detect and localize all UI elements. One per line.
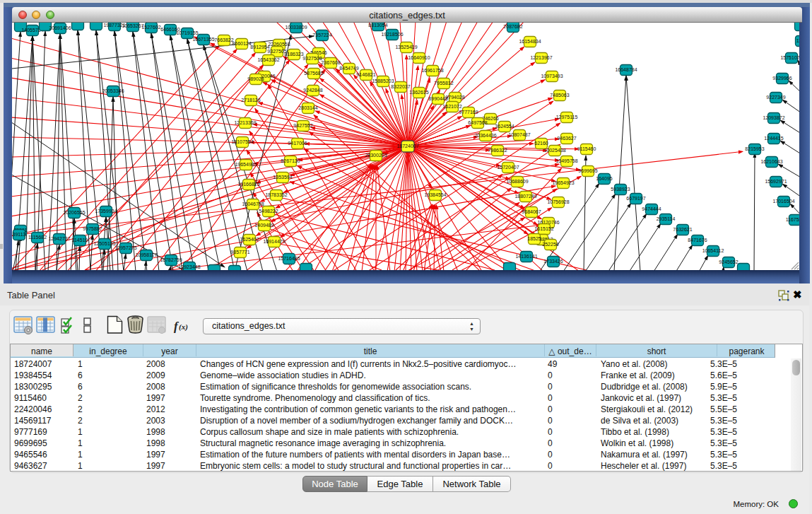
- svg-text:9146821: 9146821: [356, 72, 375, 77]
- svg-text:10807487: 10807487: [508, 132, 530, 137]
- svg-text:6497568: 6497568: [468, 120, 487, 125]
- svg-text:10025438: 10025438: [543, 148, 565, 153]
- svg-text:5498222: 5498222: [259, 209, 278, 214]
- svg-text:62160: 62160: [534, 141, 548, 146]
- svg-text:20053346: 20053346: [102, 88, 124, 93]
- svg-text:12505135: 12505135: [93, 241, 115, 246]
- svg-text:12975115: 12975115: [556, 115, 578, 119]
- svg-text:1621072: 1621072: [442, 104, 461, 109]
- svg-text:15495758: 15495758: [555, 158, 577, 163]
- svg-text:7986322: 7986322: [488, 148, 507, 153]
- svg-text:16782759: 16782759: [160, 257, 182, 262]
- svg-text:7663822: 7663822: [214, 37, 233, 42]
- svg-text:18807249: 18807249: [514, 194, 536, 199]
- svg-text:989028: 989028: [247, 76, 264, 81]
- svg-text:10653267: 10653267: [122, 23, 143, 28]
- svg-text:5938923: 5938923: [611, 187, 630, 192]
- svg-text:9463627: 9463627: [557, 136, 576, 141]
- svg-text:18724007: 18724007: [396, 144, 418, 148]
- svg-text:2935114: 2935114: [657, 216, 676, 221]
- svg-text:2367608: 2367608: [321, 60, 340, 65]
- svg-text:16640910: 16640910: [408, 55, 430, 60]
- svg-text:10756928: 10756928: [547, 199, 569, 204]
- svg-text:7632621: 7632621: [673, 227, 692, 232]
- svg-text:18525: 18525: [527, 236, 541, 241]
- svg-text:2087682: 2087682: [503, 24, 522, 29]
- svg-text:1733426: 1733426: [543, 259, 563, 264]
- svg-text:8660124: 8660124: [232, 41, 251, 46]
- svg-text:15885203: 15885203: [372, 78, 394, 83]
- svg-text:1244415: 1244415: [764, 136, 783, 141]
- svg-text:5875685: 5875685: [304, 71, 323, 76]
- svg-text:18107554: 18107554: [231, 139, 253, 144]
- svg-text:12093872: 12093872: [763, 115, 784, 120]
- svg-text:9115460: 9115460: [577, 146, 596, 151]
- svg-text:15692971: 15692971: [765, 179, 787, 184]
- svg-text:16961758: 16961758: [421, 68, 443, 73]
- svg-text:9699695: 9699695: [578, 168, 597, 173]
- svg-text:1353594: 1353594: [273, 175, 292, 180]
- svg-text:1615152: 1615152: [534, 226, 553, 231]
- svg-text:12213369: 12213369: [234, 120, 256, 125]
- svg-text:8322037: 8322037: [391, 84, 410, 89]
- svg-text:1115682: 1115682: [28, 235, 47, 240]
- svg-text:19654985: 19654985: [235, 162, 257, 167]
- svg-text:16671355: 16671355: [192, 37, 214, 42]
- svg-text:10958117: 10958117: [136, 252, 158, 257]
- svg-text:9975887: 9975887: [83, 226, 102, 231]
- svg-text:9245652: 9245652: [719, 259, 738, 264]
- svg-text:16648784: 16648784: [615, 67, 637, 72]
- svg-text:2803144: 2803144: [298, 105, 317, 110]
- svg-text:15720407: 15720407: [497, 165, 519, 170]
- svg-text:15751074: 15751074: [780, 55, 799, 60]
- svg-text:252254: 252254: [542, 242, 558, 247]
- svg-text:9474444: 9474444: [642, 206, 661, 211]
- svg-text:8267130: 8267130: [281, 158, 300, 163]
- svg-text:2718126: 2718126: [241, 98, 260, 103]
- svg-text:114519: 114519: [72, 238, 88, 243]
- svg-text:39113: 39113: [13, 232, 26, 237]
- svg-text:1409489: 1409489: [254, 223, 273, 228]
- svg-text:19218506: 19218506: [381, 32, 403, 37]
- svg-text:12923448: 12923448: [178, 264, 200, 269]
- svg-text:8471676: 8471676: [688, 238, 707, 243]
- svg-text:16914479: 16914479: [263, 239, 285, 244]
- svg-text:8186323: 8186323: [284, 52, 303, 57]
- svg-text:1167533: 1167533: [786, 217, 799, 222]
- svg-text:19384554: 19384554: [424, 192, 446, 197]
- svg-text:10973493: 10973493: [541, 74, 563, 78]
- svg-text:14136141: 14136141: [515, 254, 537, 259]
- svg-text:19654923: 19654923: [552, 180, 574, 185]
- svg-text:20364436: 20364436: [474, 133, 496, 138]
- svg-text:16046788: 16046788: [242, 201, 264, 206]
- svg-text:10688609: 10688609: [506, 179, 528, 184]
- svg-text:9857771: 9857771: [230, 250, 249, 255]
- svg-text:7955812: 7955812: [434, 81, 453, 86]
- svg-text:16543362: 16543362: [257, 57, 279, 62]
- svg-text:12213967: 12213967: [530, 55, 552, 60]
- svg-text:8454749: 8454749: [339, 66, 358, 71]
- svg-text:9684067: 9684067: [522, 209, 541, 214]
- svg-text:6679197: 6679197: [626, 196, 645, 201]
- svg-text:1112: 1112: [796, 38, 799, 43]
- svg-text:8813054: 8813054: [368, 23, 387, 28]
- svg-text:15716485: 15716485: [278, 256, 300, 261]
- svg-text:9242848: 9242848: [303, 88, 322, 93]
- svg-text:28300203: 28300203: [365, 153, 387, 158]
- svg-text:8215953: 8215953: [745, 146, 764, 151]
- svg-text:10719155: 10719155: [176, 30, 198, 35]
- svg-text:19166825: 19166825: [237, 182, 259, 187]
- svg-text:20206555: 20206555: [63, 210, 85, 215]
- svg-text:7485063: 7485063: [550, 93, 569, 98]
- svg-text:17957275: 17957275: [114, 245, 136, 250]
- svg-text:164095: 164095: [596, 176, 612, 181]
- svg-text:7625402: 7625402: [240, 237, 259, 242]
- svg-text:9777169: 9777169: [459, 110, 478, 115]
- svg-text:9329966: 9329966: [772, 76, 792, 81]
- svg-text:9427552: 9427552: [293, 123, 312, 128]
- svg-text:16154834: 16154834: [519, 39, 541, 44]
- svg-text:16210643: 16210643: [760, 159, 782, 164]
- svg-text:17016504: 17016504: [772, 199, 794, 204]
- svg-text:1527602: 1527602: [141, 25, 160, 30]
- svg-text:9794028: 9794028: [445, 95, 464, 100]
